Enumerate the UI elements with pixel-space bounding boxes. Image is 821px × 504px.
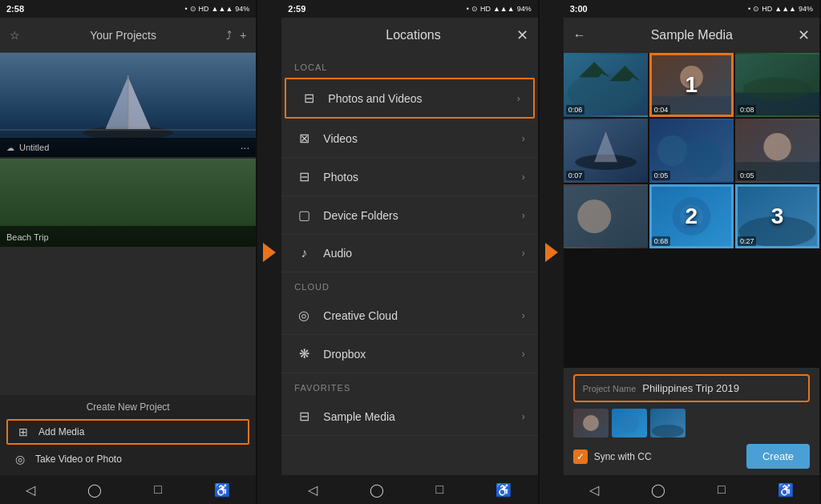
media-cell-7[interactable] bbox=[564, 184, 648, 248]
a11y-nav-btn-3[interactable]: ♿ bbox=[778, 482, 794, 498]
photos-videos-chevron: › bbox=[517, 93, 520, 104]
audio-icon: ♪ bbox=[294, 246, 313, 260]
close-button[interactable]: ✕ bbox=[516, 26, 528, 44]
arrow-right-1 bbox=[263, 243, 276, 262]
sel-thumb-3[interactable] bbox=[650, 409, 686, 437]
take-video-button[interactable]: ◎ Take Video or Photo bbox=[0, 446, 256, 472]
photos-videos-icon: ⊟ bbox=[299, 91, 318, 106]
battery-icon-3: 94% bbox=[799, 5, 813, 13]
add-media-button[interactable]: ⊞ Add Media bbox=[6, 419, 249, 445]
sel-thumb-2[interactable] bbox=[612, 409, 647, 437]
media-grid: 0:06 1 0:04 0:08 bbox=[564, 53, 819, 368]
back-button[interactable]: ← bbox=[573, 28, 586, 42]
projects-title: Your Projects bbox=[90, 29, 156, 42]
sync-cc-checkbox[interactable]: ✓ bbox=[573, 450, 588, 464]
audio-chevron: › bbox=[522, 248, 525, 259]
media-cell-6[interactable]: 0:05 bbox=[735, 119, 819, 183]
recent-nav-btn-1[interactable]: □ bbox=[154, 482, 162, 497]
back-nav-btn-3[interactable]: ◁ bbox=[589, 482, 599, 498]
selected-thumbs bbox=[573, 409, 810, 437]
add-icon[interactable]: + bbox=[240, 29, 246, 42]
location-item-device-folders[interactable]: ▢ Device Folders › bbox=[281, 196, 537, 235]
number-badge-3: 3 bbox=[771, 204, 784, 229]
dot-icon: • bbox=[184, 5, 187, 13]
svg-point-22 bbox=[742, 77, 811, 100]
location-item-dropbox[interactable]: ❋ Dropbox › bbox=[281, 335, 537, 373]
location-item-audio[interactable]: ♪ Audio › bbox=[281, 235, 537, 272]
close-button-3[interactable]: ✕ bbox=[798, 26, 810, 44]
project-dots-1[interactable]: ··· bbox=[241, 141, 250, 154]
locations-header: Locations ✕ bbox=[281, 18, 537, 53]
panel3-bottom: Project Name Philippines Trip 2019 bbox=[564, 368, 819, 475]
create-button[interactable]: Create bbox=[746, 444, 810, 469]
duration-6: 0:05 bbox=[738, 171, 757, 180]
photos-chevron: › bbox=[522, 171, 525, 183]
circle-icon-2: ⊙ bbox=[471, 5, 478, 13]
dropbox-chevron: › bbox=[522, 349, 525, 360]
project-name-value: Philippines Trip 2019 bbox=[642, 382, 739, 394]
back-nav-btn-2[interactable]: ◁ bbox=[308, 482, 317, 498]
hd-icon: HD bbox=[199, 5, 209, 13]
media-cell-8[interactable]: 2 0:68 bbox=[649, 184, 734, 248]
media-cell-5[interactable]: 0:05 bbox=[649, 119, 734, 183]
photos-label: Photos bbox=[323, 171, 521, 183]
svg-point-42 bbox=[620, 413, 639, 433]
dropbox-label: Dropbox bbox=[323, 348, 521, 361]
sync-cc-label: Sync with CC bbox=[594, 451, 652, 462]
location-item-sample-media[interactable]: ⊟ Sample Media › bbox=[281, 397, 537, 436]
nav-bar-3: ◁ ◯ □ ♿ bbox=[564, 475, 819, 504]
dropbox-icon: ❋ bbox=[294, 346, 313, 361]
home-nav-btn-1[interactable]: ◯ bbox=[87, 482, 102, 498]
location-item-videos[interactable]: ⊠ Videos › bbox=[281, 119, 537, 158]
number-badge-2: 2 bbox=[686, 204, 698, 229]
media-cell-1[interactable]: 0:06 bbox=[564, 53, 648, 117]
media-cell-3[interactable]: 0:08 bbox=[735, 53, 819, 117]
signal-icon: ▲▲▲ bbox=[212, 5, 233, 13]
nav-bar-2: ◁ ◯ □ ♿ bbox=[281, 475, 537, 504]
local-section-label: LOCAL bbox=[281, 53, 537, 77]
bottom-actions: ✓ Sync with CC Create bbox=[573, 444, 810, 469]
media-cell-9[interactable]: 3 0:27 bbox=[735, 184, 819, 248]
a11y-nav-btn-1[interactable]: ♿ bbox=[214, 482, 230, 498]
arrow-right-2 bbox=[545, 243, 558, 262]
svg-point-11 bbox=[134, 176, 175, 205]
sel-thumb-1[interactable] bbox=[573, 409, 609, 437]
photos-icon: ⊟ bbox=[294, 169, 313, 184]
cloud-icon: ☁ bbox=[6, 143, 14, 152]
media-cell-4[interactable]: 0:07 bbox=[564, 119, 648, 183]
audio-label: Audio bbox=[323, 247, 521, 260]
recent-nav-btn-2[interactable]: □ bbox=[436, 482, 444, 497]
status-time-2: 2:59 bbox=[288, 4, 305, 14]
arrow-1 bbox=[257, 0, 281, 504]
number-badge-1: 1 bbox=[686, 72, 698, 98]
project-name-label: Project Name bbox=[583, 384, 637, 393]
location-item-creative-cloud[interactable]: ◎ Creative Cloud › bbox=[281, 296, 537, 335]
media-cell-2[interactable]: 1 0:04 bbox=[649, 53, 734, 117]
creative-cloud-chevron: › bbox=[522, 310, 525, 321]
project-thumb-2[interactable]: Beach Trip bbox=[0, 159, 256, 247]
projects-content: ☁ Untitled ··· bbox=[0, 53, 256, 395]
duration-2: 0:04 bbox=[652, 105, 671, 115]
videos-label: Videos bbox=[323, 132, 521, 145]
share-icon[interactable]: ⤴ bbox=[226, 29, 232, 42]
nav-bar-1: ◁ ◯ □ ♿ bbox=[0, 475, 256, 504]
sample-media-header: ← Sample Media ✕ bbox=[564, 18, 819, 53]
add-media-label: Add Media bbox=[38, 426, 84, 437]
panel-projects: 2:58 • ⊙ HD ▲▲▲ 94% ☆ Your Projects ⤴ + bbox=[0, 0, 257, 504]
status-time-1: 2:58 bbox=[6, 4, 24, 14]
status-bar-1: 2:58 • ⊙ HD ▲▲▲ 94% bbox=[0, 0, 256, 18]
project-name-field[interactable]: Project Name Philippines Trip 2019 bbox=[573, 374, 810, 402]
locations-title: Locations bbox=[310, 28, 516, 42]
svg-point-33 bbox=[577, 200, 611, 233]
a11y-nav-btn-2[interactable]: ♿ bbox=[495, 482, 512, 498]
panel-sample-media: 3:00 • ⊙ HD ▲▲▲ 94% ← Sample Media ✕ 0:0… bbox=[564, 0, 821, 504]
project-thumb-1[interactable]: ☁ Untitled ··· bbox=[0, 53, 256, 157]
hd-icon-2: HD bbox=[480, 5, 491, 13]
home-nav-btn-2[interactable]: ◯ bbox=[370, 482, 384, 498]
location-item-photos[interactable]: ⊟ Photos › bbox=[281, 158, 537, 196]
locations-list: LOCAL ⊟ Photos and Videos › ⊠ Videos › ⊟… bbox=[281, 53, 537, 475]
home-nav-btn-3[interactable]: ◯ bbox=[651, 482, 665, 498]
back-nav-btn-1[interactable]: ◁ bbox=[26, 482, 35, 498]
recent-nav-btn-3[interactable]: □ bbox=[718, 482, 726, 497]
location-item-photos-videos[interactable]: ⊟ Photos and Videos › bbox=[285, 78, 534, 119]
